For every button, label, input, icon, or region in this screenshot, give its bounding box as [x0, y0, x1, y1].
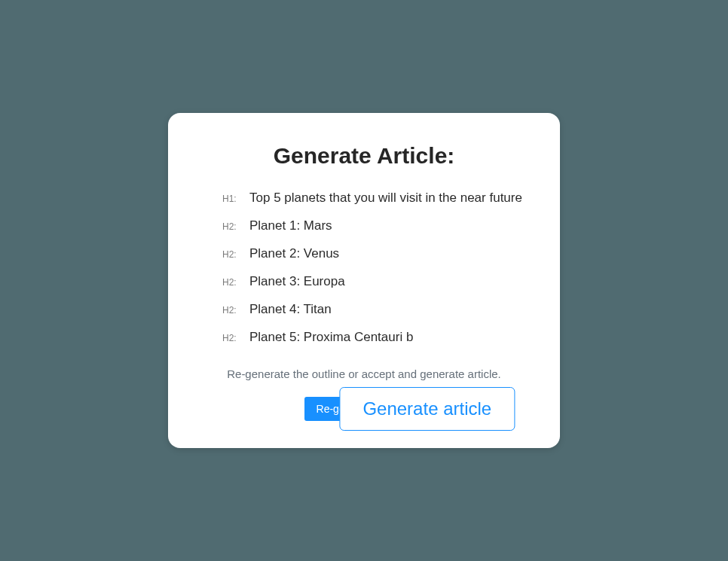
outline-text: Planet 4: Titan	[249, 301, 332, 319]
outline-list: H1: Top 5 planets that you will visit in…	[198, 190, 530, 346]
card-title: Generate Article:	[198, 143, 530, 169]
generate-article-button[interactable]: Generate article	[339, 387, 515, 431]
outline-text: Planet 3: Europa	[249, 273, 345, 291]
outline-level: H2:	[222, 333, 240, 343]
outline-row: H2: Planet 1: Mars	[222, 218, 522, 235]
outline-row: H2: Planet 5: Proxima Centauri b	[222, 329, 522, 346]
generate-article-card: Generate Article: H1: Top 5 planets that…	[168, 113, 560, 448]
outline-level: H2:	[222, 277, 240, 288]
outline-level: H2:	[222, 221, 240, 232]
outline-row: H2: Planet 3: Europa	[222, 273, 522, 291]
outline-text: Planet 1: Mars	[249, 218, 332, 235]
outline-row: H2: Planet 2: Venus	[222, 245, 522, 263]
outline-text: Planet 2: Venus	[249, 245, 339, 263]
button-row: Re-generate headlin Generate article	[198, 397, 530, 421]
helper-text: Re-generate the outline or accept and ge…	[198, 367, 530, 380]
outline-text: Top 5 planets that you will visit in the…	[249, 190, 522, 207]
outline-level: H2:	[222, 249, 240, 260]
outline-level: H2:	[222, 305, 240, 316]
outline-row: H1: Top 5 planets that you will visit in…	[222, 190, 522, 207]
outline-text: Planet 5: Proxima Centauri b	[249, 329, 413, 346]
outline-row: H2: Planet 4: Titan	[222, 301, 522, 319]
outline-level: H1:	[222, 194, 240, 204]
